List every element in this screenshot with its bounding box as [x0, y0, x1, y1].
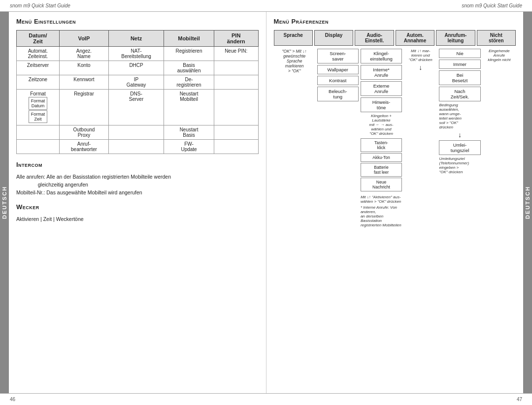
col-voip: VoIP	[59, 31, 108, 47]
hinweis-neue: NeueNachricht	[361, 178, 402, 191]
cell-format: Format FormatDatum FormatZeit	[17, 90, 60, 125]
cell-ip-gateway: IPGateway	[108, 75, 164, 90]
sprache-col: "OK" > Mit ↓↑gewünschteSprachemarkieren>…	[274, 49, 315, 227]
display-kontrast: Kontrast	[317, 76, 359, 85]
col-datum: Datum/Zeit	[17, 31, 60, 47]
col-mobilteil: Mobilteil	[164, 31, 214, 47]
cell-empty5	[108, 125, 164, 140]
cell-empty2	[214, 75, 258, 90]
wecker-title: Wecker	[16, 203, 259, 211]
wecker-text: Aktivieren | Zeit | Weckertöne	[16, 216, 259, 223]
cell-outbound: OutboundProxy	[59, 125, 108, 140]
pref-header-row: Sprache Display Audio-Einstell. Autom.An…	[274, 30, 516, 46]
cell-dhcp: DHCP	[108, 61, 164, 75]
hinweis-batterie: Batteriefast leer	[361, 163, 402, 177]
left-panel: Menü Einstellungen Datum/Zeit VoIP Netz …	[9, 12, 266, 393]
cell-neustart-mob: NeustartMobilteil	[164, 90, 214, 125]
autom-note: Mit ↓↑ mar-kieren und"OK" drücken	[409, 49, 432, 62]
anruf-bei-besetzt: BeiBesetzt	[439, 70, 480, 85]
page-container: snom m9 Quick Start Guide snom m9 Quick …	[0, 0, 532, 405]
interne-note: * Interne Anrufe: Von anderen,an derselb…	[361, 205, 402, 227]
pref-col-anruf: Anrufum-leitung	[436, 30, 475, 46]
intercom-title: Intercom	[16, 161, 259, 168]
sidebar-left: DEUTSCH	[0, 12, 9, 393]
aktivieren-note: Mit ↓↑ "Aktivieren" aus-wählen > "OK" dr…	[361, 195, 402, 204]
display-col: Screen-saver Wallpaper Kontrast Beleuch-…	[317, 49, 359, 227]
cell-empty9	[214, 140, 258, 154]
audio-note: Klingelton +Lautstärkemit ← → aus-wählen…	[361, 114, 402, 136]
cell-zeitserver: Zeitserver	[17, 61, 60, 75]
autom-col: Mit ↓↑ mar-kieren und"OK" drücken ↓	[404, 49, 437, 227]
bottom-footer: 46 47	[0, 393, 532, 405]
audio-externe: ExterneAnrufe	[361, 81, 402, 96]
cell-empty3	[214, 90, 258, 125]
cell-automat: Automat.Zeiteinst.	[17, 47, 60, 61]
hinweis-subitems: Tasten-klick Akku-Ton Batteriefast leer …	[361, 138, 402, 191]
left-section-title: Menü Einstellungen	[16, 18, 259, 25]
footer-left: 46	[10, 397, 15, 402]
cell-empty6	[214, 125, 258, 140]
right-panel: Menü Präferenzen Sprache Display Audio-E…	[266, 12, 524, 393]
cell-dns: DNS-Server	[108, 90, 164, 125]
anruf-immer: Immer	[439, 60, 480, 69]
anruf-arrow-down: ↓	[439, 131, 480, 139]
display-beleucht: Beleuch-tung	[317, 87, 359, 101]
anruf-umleitungsziel: Umlei-tungsziel	[439, 140, 480, 155]
cell-empty1	[214, 61, 258, 75]
wecker-section: Wecker Aktivieren | Zeit | Weckertöne	[16, 203, 259, 223]
audio-interne: Interne*Anrufe	[361, 65, 402, 80]
cell-neue-pin: Neue PIN:	[214, 47, 258, 61]
anruf-nie: Nie	[439, 49, 480, 58]
display-screensaver: Screen-saver	[317, 49, 359, 63]
top-header: snom m9 Quick Start Guide snom m9 Quick …	[0, 0, 532, 12]
pref-flow: "OK" > Mit ↓↑gewünschteSprachemarkieren>…	[274, 49, 516, 227]
hinweis-akku: Akku-Ton	[361, 153, 402, 162]
cell-nat: NAT-Bereitstellung	[108, 47, 164, 61]
right-section-title: Menü Präferenzen	[274, 18, 516, 25]
anruf-nach-zeit: NachZeit/Sek.	[439, 87, 480, 101]
cell-empty4	[17, 125, 60, 140]
format-zeit: FormatZeit	[29, 110, 48, 123]
cell-neustart-basis: NeustartBasis	[164, 125, 214, 140]
sprache-note: "OK" > Mit ↓↑gewünschteSprachemarkieren>…	[282, 49, 307, 73]
main-content: DEUTSCH Menü Einstellungen Datum/Zeit Vo…	[0, 12, 532, 393]
pref-col-autom: Autom.Annahme	[396, 30, 434, 46]
cell-empty7	[17, 140, 60, 154]
menu-table: Datum/Zeit VoIP Netz Mobilteil PINändern…	[16, 30, 259, 154]
cell-zeitzone: Zeitzone	[17, 75, 60, 90]
intercom-section: Intercom Alle anrufen: Alle an der Basis…	[16, 161, 259, 196]
cell-fw-update: FW-Update	[164, 140, 214, 154]
hinweis-tasten: Tasten-klick	[361, 138, 402, 152]
anruf-col: Nie Immer BeiBesetzt NachZeit/Sek. Bedin…	[439, 49, 480, 227]
nicht-col: EingehendeAnrufeklingeln nicht	[483, 49, 516, 227]
cell-empty8	[108, 140, 164, 154]
umleitungsziel-note: Umleitungsziel(Telefonnummer)eingeben >"…	[439, 156, 480, 174]
col-pin: PINändern	[214, 31, 258, 47]
pref-col-audio: Audio-Einstell.	[355, 30, 394, 46]
header-right: snom m9 Quick Start Guide	[462, 3, 522, 8]
anruf-bedingung-note: Bedingungauswählen,wann umge-leitet werd…	[439, 103, 480, 129]
cell-angez: Angez.Name	[59, 47, 108, 61]
cell-konto: Konto	[59, 61, 108, 75]
format-datum: FormatDatum	[29, 97, 48, 110]
cell-registrar: Registrar	[59, 90, 108, 125]
audio-col: Klingel-einstellung Interne*Anrufe Exter…	[361, 49, 402, 227]
audio-klingel: Klingel-einstellung	[361, 49, 402, 63]
pref-col-sprache: Sprache	[274, 30, 313, 46]
cell-registrieren: Registrieren	[164, 47, 214, 61]
cell-anruf-beantw: Anruf-beantworter	[59, 140, 108, 154]
cell-kennwort: Kennwort	[59, 75, 108, 90]
header-left: snom m9 Quick Start Guide	[10, 3, 70, 8]
cell-basis-ausw: Basisauswählen	[164, 61, 214, 75]
audio-hinweis: Hinweis-töne	[361, 97, 402, 112]
intercom-text: Alle anrufen: Alle an der Basisstation r…	[16, 173, 259, 196]
sidebar-right: DEUTSCH	[523, 12, 532, 393]
autom-arrow: ↓	[419, 63, 422, 71]
pref-col-nicht: Nichtstören	[477, 30, 516, 46]
footer-right: 47	[517, 397, 522, 402]
display-wallpaper: Wallpaper	[317, 65, 359, 74]
pref-col-display: Display	[314, 30, 353, 46]
nicht-note: EingehendeAnrufeklingeln nicht	[483, 49, 516, 62]
col-netz: Netz	[108, 31, 164, 47]
cell-de-registrieren: De-registrieren	[164, 75, 214, 90]
